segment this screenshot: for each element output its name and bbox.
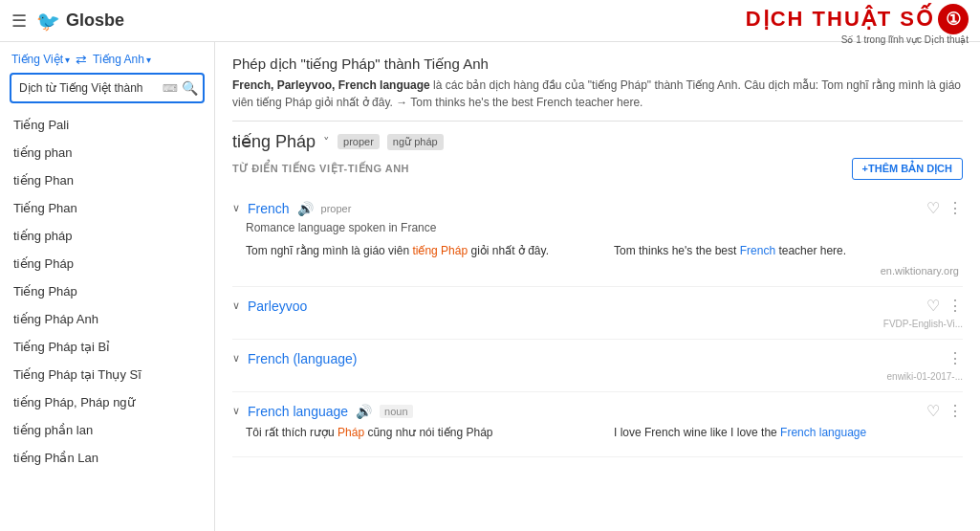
ad-circle: ① xyxy=(938,4,969,34)
entry-french-language-noun-tag: noun xyxy=(380,405,412,418)
add-translation-button[interactable]: +THÊM BẢN DỊCH xyxy=(852,158,963,180)
keyboard-icon[interactable]: ⌨ xyxy=(163,82,178,95)
entry-french-language-more-icon[interactable]: ⋮ xyxy=(947,402,963,420)
list-item[interactable]: Tiếng Pháp tại Bỉ xyxy=(0,333,214,361)
word-dropdown-icon[interactable]: ˅ xyxy=(323,135,330,149)
entry-french-example: Tom nghĩ rằng mình là giáo viên tiếng Ph… xyxy=(232,242,963,259)
left-panel: Tiếng Việt ▾ ⇄ Tiếng Anh ▾ ⌨ 🔍 Tiếng Pal… xyxy=(0,42,215,531)
list-item[interactable]: tiếng Phan xyxy=(0,166,214,194)
entry-french-actions: ♡ ⋮ xyxy=(926,199,963,217)
word-main: tiếng Pháp xyxy=(232,131,316,152)
lang-to-chevron: ▾ xyxy=(146,55,151,65)
entry-french-left: ∨ French 🔊 proper xyxy=(232,201,351,216)
search-input[interactable] xyxy=(19,81,163,95)
lang-from-button[interactable]: Tiếng Việt ▾ xyxy=(11,53,70,66)
entry-french-language-noun-left: ∨ French language 🔊 noun xyxy=(232,404,413,419)
entry-french-language-noun-actions: ♡ ⋮ xyxy=(926,402,963,420)
list-item[interactable]: tiếng phan xyxy=(0,139,214,166)
translation-bold: French, Parleyvoo, French language xyxy=(232,78,430,92)
entry-french-language-source: enwiki-01-2017-... xyxy=(232,371,963,382)
list-item[interactable]: tiếng Phần Lan xyxy=(0,444,214,472)
entry-french-language-heart-icon[interactable]: ♡ xyxy=(926,402,940,420)
entry-french-audio-icon[interactable]: 🔊 xyxy=(297,201,314,216)
lang-from-label: Tiếng Việt xyxy=(11,53,63,66)
logo-text: Glosbe xyxy=(66,11,124,31)
example-vn-2: Tôi rất thích rượu Pháp cũng như nói tiế… xyxy=(246,424,595,441)
list-item[interactable]: tiếng pháp xyxy=(0,222,214,250)
list-item[interactable]: tiếng Pháp xyxy=(0,250,214,277)
entry-french-language-chevron[interactable]: ∨ xyxy=(232,352,240,365)
translation-title: Phép dịch "tiếng Pháp" thành Tiếng Anh xyxy=(232,55,963,73)
swap-languages-icon[interactable]: ⇄ xyxy=(76,52,87,67)
right-panel: Phép dịch "tiếng Pháp" thành Tiếng Anh F… xyxy=(215,42,980,531)
entry-parleyvoo-source: FVDP-English-Vi... xyxy=(232,319,963,329)
highlight-en: French xyxy=(740,244,775,257)
search-button[interactable]: 🔍 xyxy=(182,80,198,96)
entry-french-language-left: ∨ French (language) xyxy=(232,351,357,366)
header: ☰ 🐦 Glosbe DỊCH THUẬT SỐ ① Số 1 trong lĩ… xyxy=(0,0,980,42)
example-en: Tom thinks he's the best French teacher … xyxy=(614,242,963,259)
entry-french-language-noun-example: Tôi rất thích rượu Pháp cũng như nói tiế… xyxy=(232,424,963,441)
entry-french-word[interactable]: French xyxy=(248,201,290,216)
entry-french-language-actions: ⋮ xyxy=(947,349,963,367)
ad-banner: DỊCH THUẬT SỐ ① Số 1 trong lĩnh vực Dịch… xyxy=(746,4,969,45)
list-item[interactable]: Tiếng Pháp xyxy=(0,277,214,305)
translation-header: Phép dịch "tiếng Pháp" thành Tiếng Anh F… xyxy=(232,55,963,122)
lang-to-label: Tiếng Anh xyxy=(93,53,144,66)
entry-french-definition: Romance language spoken in France xyxy=(232,221,963,234)
highlight-en-2: French language xyxy=(780,426,866,439)
entry-french-language-noun: ∨ French language 🔊 noun ♡ ⋮ Tôi rất thí… xyxy=(232,392,963,457)
entry-french: ∨ French 🔊 proper ♡ ⋮ Romance language s… xyxy=(232,189,963,287)
entry-french-chevron[interactable]: ∨ xyxy=(232,202,240,214)
entry-parleyvoo-more-icon[interactable]: ⋮ xyxy=(947,297,963,315)
dictionary-title: TỪ ĐIỂN TIẾNG VIỆT-TIẾNG ANH xyxy=(232,163,409,175)
entry-parleyvoo-chevron[interactable]: ∨ xyxy=(232,299,240,312)
entry-french-language-word[interactable]: French (language) xyxy=(248,351,357,366)
entry-parleyvoo: ∨ Parleyvoo ♡ ⋮ FVDP-English-Vi... xyxy=(232,287,963,340)
highlight-vn-2: Pháp xyxy=(338,426,364,439)
entry-parleyvoo-heart-icon[interactable]: ♡ xyxy=(926,297,940,315)
entry-french-heart-icon[interactable]: ♡ xyxy=(926,199,940,217)
translation-description: French, Parleyvoo, French language là cá… xyxy=(232,77,963,111)
list-item[interactable]: Tiếng Pali xyxy=(0,111,214,139)
main-layout: Tiếng Việt ▾ ⇄ Tiếng Anh ▾ ⌨ 🔍 Tiếng Pal… xyxy=(0,42,980,531)
ad-main-text: DỊCH THUẬT SỐ xyxy=(746,9,934,30)
dictionary-header: TỪ ĐIỂN TIẾNG VIỆT-TIẾNG ANH +THÊM BẢN D… xyxy=(232,158,963,180)
example-vn: Tom nghĩ rằng mình là giáo viên tiếng Ph… xyxy=(246,242,595,259)
entry-french-language-noun-word[interactable]: French language xyxy=(248,404,348,419)
entry-french-source: en.wiktionary.org xyxy=(232,265,963,277)
word-heading: tiếng Pháp ˅ proper ngữ pháp xyxy=(232,131,963,152)
entry-french-header: ∨ French 🔊 proper ♡ ⋮ xyxy=(232,199,963,217)
menu-icon[interactable]: ☰ xyxy=(11,11,27,32)
ad-sub-text: Số 1 trong lĩnh vực Dịch thuật xyxy=(841,34,969,45)
entry-french-language: ∨ French (language) ⋮ enwiki-01-2017-... xyxy=(232,340,963,392)
entry-parleyvoo-left: ∨ Parleyvoo xyxy=(232,299,307,314)
example-en-2: I love French wine like I love the Frenc… xyxy=(614,424,963,441)
lang-selector: Tiếng Việt ▾ ⇄ Tiếng Anh ▾ xyxy=(0,42,214,73)
entry-french-language-audio-icon[interactable]: 🔊 xyxy=(356,404,372,419)
entry-french-more-icon[interactable]: ⋮ xyxy=(947,199,963,217)
logo-icon: 🐦 xyxy=(36,10,60,33)
tag-grammar: ngữ pháp xyxy=(387,134,444,150)
lang-to-button[interactable]: Tiếng Anh ▾ xyxy=(93,53,151,66)
entry-french-language-header: ∨ French (language) ⋮ xyxy=(232,349,963,367)
entry-french-language-more-icon[interactable]: ⋮ xyxy=(947,349,963,367)
entry-french-tag: proper xyxy=(321,203,352,214)
list-item[interactable]: Tiếng Pháp tại Thụy Sĩ xyxy=(0,361,214,388)
list-item[interactable]: tiếng Pháp, Pháp ngữ xyxy=(0,388,214,416)
entry-parleyvoo-actions: ♡ ⋮ xyxy=(926,297,963,315)
highlight-vn: tiếng Pháp xyxy=(412,244,468,257)
list-item[interactable]: tiếng phần lan xyxy=(0,416,214,444)
search-box: ⌨ 🔍 xyxy=(10,73,205,103)
entry-french-language-noun-chevron[interactable]: ∨ xyxy=(232,405,240,417)
entry-parleyvoo-word[interactable]: Parleyvoo xyxy=(248,299,307,314)
list-item[interactable]: tiếng Pháp Anh xyxy=(0,305,214,333)
lang-from-chevron: ▾ xyxy=(65,55,70,65)
suggestions-list: Tiếng Pali tiếng phan tiếng Phan Tiếng P… xyxy=(0,111,214,531)
entry-french-language-noun-header: ∨ French language 🔊 noun ♡ ⋮ xyxy=(232,402,963,420)
entry-parleyvoo-header: ∨ Parleyvoo ♡ ⋮ xyxy=(232,297,963,315)
list-item[interactable]: Tiếng Phan xyxy=(0,194,214,222)
tag-proper: proper xyxy=(338,134,380,149)
